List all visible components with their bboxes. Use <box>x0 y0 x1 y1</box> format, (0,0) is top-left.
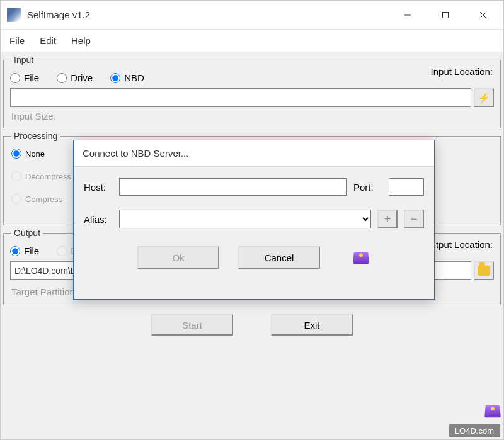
svg-rect-1 <box>443 12 449 18</box>
dialog-help-button[interactable] <box>352 248 370 267</box>
menubar: File Edit Help <box>1 30 503 52</box>
output-legend: Output <box>11 228 43 238</box>
input-location-label: Input Location: <box>430 66 494 77</box>
dialog-cancel-button[interactable]: Cancel <box>238 246 320 269</box>
book-icon <box>484 405 501 417</box>
nbd-connect-dialog: Connect to NBD Server... Host: Port: Ali… <box>73 140 435 300</box>
menu-file[interactable]: File <box>9 35 25 46</box>
minimize-button[interactable] <box>389 2 427 28</box>
port-label: Port: <box>353 182 382 193</box>
alias-remove-button[interactable]: − <box>404 210 424 228</box>
menu-help[interactable]: Help <box>71 35 91 46</box>
maximize-button[interactable] <box>427 2 464 28</box>
host-label: Host: <box>84 182 113 193</box>
book-icon <box>353 252 369 264</box>
window-controls <box>389 2 502 28</box>
plus-icon: + <box>384 213 391 226</box>
close-button[interactable] <box>464 2 502 28</box>
start-button[interactable]: Start <box>151 314 233 336</box>
folder-icon <box>478 266 490 276</box>
watermark: LO4D.com <box>449 424 500 437</box>
alias-select[interactable] <box>119 210 371 228</box>
exit-button[interactable]: Exit <box>271 314 353 336</box>
input-legend: Input <box>11 55 36 65</box>
input-radio-nbd[interactable]: NBD <box>110 72 144 83</box>
dialog-title: Connect to NBD Server... <box>74 140 434 167</box>
menu-edit[interactable]: Edit <box>40 35 56 46</box>
input-radio-drive[interactable]: Drive <box>57 72 93 83</box>
input-radio-file[interactable]: File <box>10 72 39 83</box>
input-browse-button[interactable]: ⚡ <box>474 88 494 107</box>
corner-help-button[interactable] <box>485 405 500 417</box>
alias-label: Alias: <box>84 214 113 225</box>
alias-add-button[interactable]: + <box>377 210 398 228</box>
app-icon <box>7 8 21 22</box>
processing-legend: Processing <box>11 131 60 141</box>
titlebar: SelfImage v1.2 <box>1 1 503 30</box>
port-input[interactable] <box>389 178 424 196</box>
output-radio-file[interactable]: File <box>10 245 39 256</box>
bolt-icon: ⚡ <box>478 92 490 104</box>
app-title: SelfImage v1.2 <box>27 9 90 20</box>
output-browse-button[interactable] <box>474 261 494 280</box>
input-groupbox: Input Input Location: File Drive NBD ⚡ I… <box>3 55 501 128</box>
bottom-bar: Start Exit <box>3 308 501 344</box>
dialog-ok-button[interactable]: Ok <box>137 246 219 269</box>
input-size-label: Input Size: <box>10 107 494 121</box>
input-location-field[interactable] <box>10 88 471 107</box>
minus-icon: − <box>411 213 418 226</box>
host-input[interactable] <box>119 178 347 196</box>
